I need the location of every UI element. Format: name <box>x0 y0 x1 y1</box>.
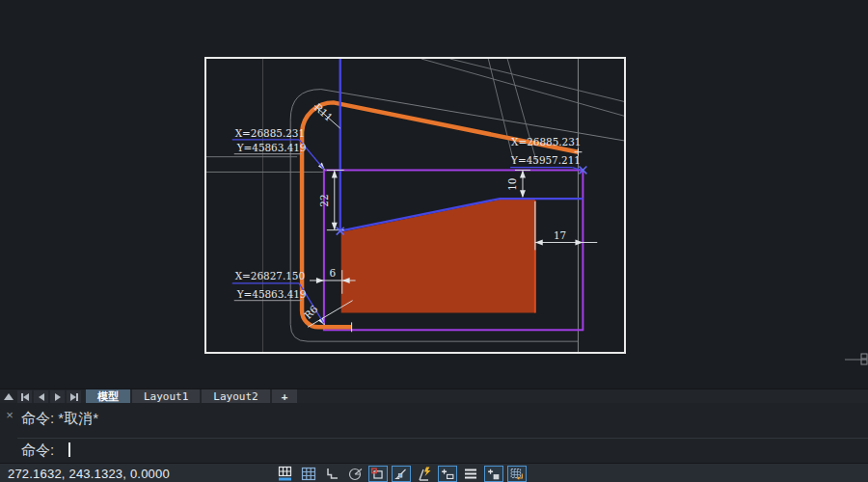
coordinates-display[interactable]: 272.1632, 243.1323, 0.0000 <box>8 467 170 481</box>
polar-tracking-icon[interactable] <box>345 466 365 482</box>
first-tab-icon[interactable] <box>17 390 32 403</box>
tab-layout1[interactable]: Layout1 <box>132 389 200 404</box>
ortho-mode-icon[interactable] <box>322 466 341 482</box>
layout-tab-bar: 模型 Layout1 Layout2 + <box>0 388 868 404</box>
dim-text-17: 17 <box>554 229 566 241</box>
object-snap-icon[interactable] <box>368 466 388 482</box>
coord-label-bottom-left-y: Y=45863.419 <box>236 288 307 300</box>
coord-label-top-left-y: Y=45863.419 <box>236 142 307 153</box>
dim-text-10: 10 <box>506 178 518 191</box>
quick-properties-icon[interactable] <box>484 466 503 482</box>
cad-drawing: X=26885.231 Y=45863.419 X=26885.231 Y=45… <box>206 59 624 352</box>
command-history-line: 命令: *取消* <box>21 410 98 428</box>
prev-tab-icon[interactable] <box>34 390 48 403</box>
status-bar: 272.1632, 243.1323, 0.0000 <box>0 463 868 482</box>
tab-layout2[interactable]: Layout2 <box>202 389 269 404</box>
dim-text-6: 6 <box>329 267 336 279</box>
lineweight-icon[interactable] <box>461 466 480 482</box>
next-tab-icon[interactable] <box>50 390 65 403</box>
grid-display-icon[interactable] <box>299 466 318 482</box>
annotation-visibility-icon[interactable] <box>438 466 457 482</box>
command-prompt[interactable]: 命令: <box>21 442 54 460</box>
red-hatch-area[interactable] <box>341 200 535 312</box>
command-input-divider <box>17 438 868 439</box>
snap-mode-icon[interactable] <box>276 466 295 482</box>
object-snap-tracking-icon[interactable] <box>392 466 411 482</box>
cad-application-window: X=26885.231 Y=45863.419 X=26885.231 Y=45… <box>0 0 868 482</box>
road-crossing-2 <box>507 59 537 164</box>
model-space-canvas[interactable]: X=26885.231 Y=45863.419 X=26885.231 Y=45… <box>0 0 868 388</box>
close-icon[interactable]: × <box>3 409 16 422</box>
command-line-panel: × 命令: *取消* 命令: <box>0 403 868 463</box>
drawing-viewport[interactable]: X=26885.231 Y=45863.419 X=26885.231 Y=45… <box>204 57 626 354</box>
tab-model[interactable]: 模型 <box>86 389 130 404</box>
coord-label-bottom-left-x: X=26827.150 <box>235 270 305 281</box>
selection-cycling-icon[interactable] <box>507 466 527 482</box>
road-crossing-1 <box>488 59 514 164</box>
new-layout-tab-button[interactable]: + <box>272 389 298 404</box>
road-diagonal-1 <box>421 59 624 116</box>
road-diagonal-2 <box>450 59 624 101</box>
status-toggle-icons <box>276 465 527 482</box>
dim-text-22: 22 <box>318 194 330 206</box>
scrollbar-grip[interactable] <box>845 353 868 366</box>
up-arrow-icon[interactable] <box>1 390 15 403</box>
coord-label-top-left-x: X=26885.231 <box>235 127 305 139</box>
coord-label-top-right-y: Y=45957.211 <box>510 154 581 166</box>
dynamic-input-icon[interactable] <box>415 466 434 482</box>
coord-label-top-right-x: X=26885.231 <box>511 136 581 147</box>
last-tab-icon[interactable] <box>67 390 81 403</box>
text-caret <box>68 442 70 457</box>
